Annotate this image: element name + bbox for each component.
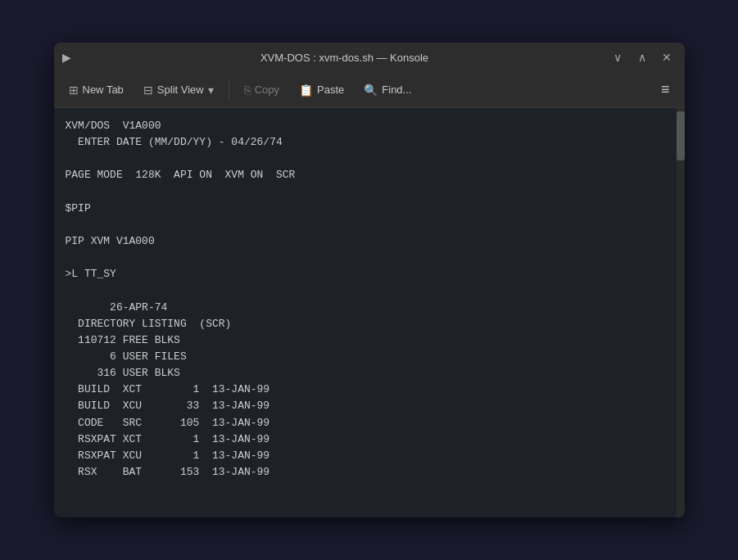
find-icon: 🔍 [364, 84, 378, 97]
window-title: XVM-DOS : xvm-dos.sh — Konsole [82, 52, 608, 64]
split-view-label: Split View [157, 84, 204, 96]
terminal-output[interactable]: XVM/DOS V1A000 ENTER DATE (MM/DD/YY) - 0… [54, 108, 677, 517]
maximize-icon: ∧ [638, 51, 646, 64]
menu-button[interactable]: ≡ [653, 77, 678, 102]
copy-icon: ⎘ [244, 84, 251, 97]
find-label: Find... [382, 84, 411, 96]
terminal-text: XVM/DOS V1A000 ENTER DATE (MM/DD/YY) - 0… [66, 118, 665, 481]
menu-icon: ≡ [661, 81, 670, 98]
close-icon: ✕ [662, 51, 672, 64]
close-button[interactable]: ✕ [657, 47, 677, 67]
new-tab-button[interactable]: ⊞ New Tab [61, 79, 132, 101]
scrollbar[interactable] [677, 108, 685, 517]
scrollbar-thumb[interactable] [677, 111, 685, 160]
paste-button[interactable]: 📋 Paste [291, 79, 352, 101]
split-view-chevron-icon: ▾ [208, 84, 214, 97]
copy-label: Copy [255, 84, 279, 96]
paste-icon: 📋 [299, 84, 313, 97]
find-button[interactable]: 🔍 Find... [355, 79, 419, 101]
minimize-icon: ∨ [613, 51, 622, 64]
toolbar: ⊞ New Tab ⊟ Split View ▾ ⎘ Copy 📋 Paste … [54, 72, 685, 108]
titlebar: ▶ XVM-DOS : xvm-dos.sh — Konsole ∨ ∧ ✕ [54, 43, 685, 72]
split-view-button[interactable]: ⊟ Split View ▾ [135, 79, 222, 101]
paste-label: Paste [317, 84, 344, 96]
new-tab-icon: ⊞ [69, 84, 79, 97]
new-tab-label: New Tab [83, 84, 124, 96]
copy-button[interactable]: ⎘ Copy [236, 79, 288, 101]
terminal-wrapper: XVM/DOS V1A000 ENTER DATE (MM/DD/YY) - 0… [54, 108, 685, 517]
toolbar-separator-1 [229, 80, 229, 100]
titlebar-app-icon: ▶ [62, 51, 82, 64]
konsole-window: ▶ XVM-DOS : xvm-dos.sh — Konsole ∨ ∧ ✕ ⊞… [54, 43, 685, 517]
window-controls: ∨ ∧ ✕ [608, 47, 677, 67]
minimize-button[interactable]: ∨ [608, 47, 627, 67]
maximize-button[interactable]: ∧ [632, 47, 652, 67]
terminal-icon: ▶ [62, 51, 71, 64]
split-view-icon: ⊟ [143, 84, 153, 97]
